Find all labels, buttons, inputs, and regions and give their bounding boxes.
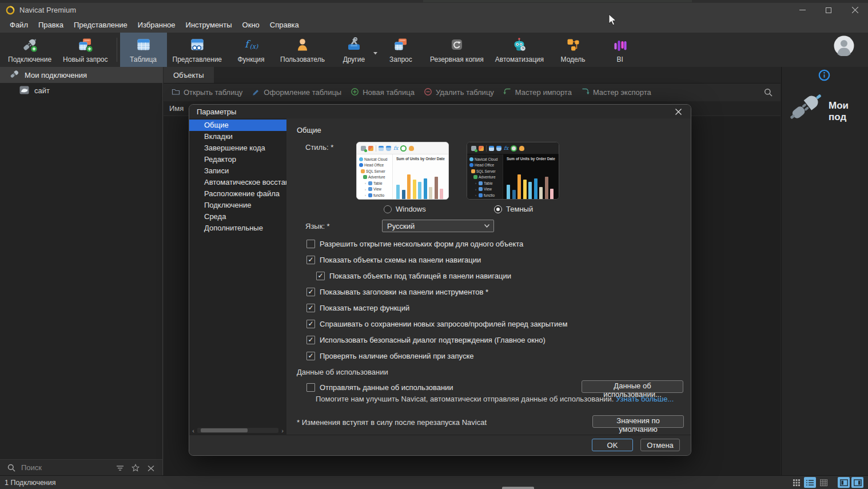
close-button[interactable] xyxy=(842,3,868,17)
toggle-left-pane-icon[interactable] xyxy=(838,477,850,488)
menu-item-2[interactable]: Представление xyxy=(69,18,133,31)
toolbar-button-bi[interactable]: BI xyxy=(596,33,643,67)
user-avatar[interactable] xyxy=(834,35,854,56)
favorites-star-icon[interactable] xyxy=(130,462,141,474)
design-table-button[interactable]: Оформление таблицы xyxy=(247,88,346,97)
options-nav-item-8[interactable]: Среда xyxy=(189,211,286,222)
toolbar-button-others[interactable]: Другие xyxy=(331,33,377,67)
preview-tblv-icon xyxy=(386,146,391,151)
cancel-button[interactable]: Отмена xyxy=(640,439,680,451)
new-table-button[interactable]: Новая таблица xyxy=(346,88,419,98)
menu-item-1[interactable]: Правка xyxy=(33,18,69,31)
scroll-right-arrow[interactable]: › xyxy=(280,428,285,434)
options-nav-item-2[interactable]: Завершение кода xyxy=(189,142,286,154)
option-checkbox-0[interactable]: Разрешить открытие нескольких форм для о… xyxy=(306,238,567,249)
scrollbar-thumb[interactable] xyxy=(201,428,248,432)
info-icon[interactable] xyxy=(818,69,830,84)
style-preview-windows[interactable]: fxNavicat CloudHead OfficeSQL ServerAdve… xyxy=(356,142,449,200)
toolbar-button-connection[interactable]: Подключение xyxy=(2,33,57,67)
open-table-button[interactable]: Открыть таблицу xyxy=(167,88,247,97)
delete-table-button[interactable]: Удалить таблицу xyxy=(419,88,499,98)
toolbar-button-function[interactable]: f(x) Функция xyxy=(228,33,274,67)
menu-item-6[interactable]: Справка xyxy=(265,18,304,31)
checkbox-label: Показать мастер функций xyxy=(320,304,409,312)
toolbar-button-new-query[interactable]: Новый запрос xyxy=(57,33,113,67)
options-nav-item-9[interactable]: Дополнительные xyxy=(189,222,286,234)
toolbar-button-automation[interactable]: Автоматизация xyxy=(489,33,550,67)
defaults-button[interactable]: Значения по умолчанию xyxy=(592,415,684,428)
scroll-left-arrow[interactable]: ‹ xyxy=(190,428,196,434)
ok-button[interactable]: OK xyxy=(592,439,633,451)
sidebar-item-connection-site[interactable]: сайт xyxy=(0,83,162,98)
options-nav-item-6[interactable]: Расположение файла xyxy=(189,188,286,200)
option-checkbox-3[interactable]: Показывать заголовки на панели инструмен… xyxy=(306,287,567,297)
preview-tree-item: Head Office xyxy=(469,162,503,169)
options-nav-scrollbar[interactable]: ‹ › xyxy=(190,427,285,434)
options-nav-item-7[interactable]: Подключение xyxy=(189,200,286,211)
general-options-list: Разрешить открытие нескольких форм для о… xyxy=(306,238,567,361)
option-checkbox-5[interactable]: Спрашивать о сохранении новых запросов/п… xyxy=(306,319,567,329)
toggle-right-pane-icon[interactable] xyxy=(851,477,863,488)
toolbar-button-backup[interactable]: Резервная копия xyxy=(424,33,489,67)
menu-item-3[interactable]: Избранное xyxy=(133,18,181,31)
toolbar-button-user[interactable]: Пользователь xyxy=(274,33,331,67)
radio-style-windows[interactable]: Windows xyxy=(384,205,426,213)
dialog-title-bar[interactable]: Параметры xyxy=(189,105,691,118)
radio-style-dark[interactable]: Темный xyxy=(494,205,533,213)
import-arrow-icon xyxy=(503,88,512,97)
option-checkbox-2[interactable]: Показать объекты под таблицей в панели н… xyxy=(316,271,567,281)
option-checkbox-6[interactable]: Использовать безопасный диалог подтвержд… xyxy=(306,335,567,345)
menu-item-5[interactable]: Окно xyxy=(237,18,265,31)
options-nav-item-4[interactable]: Записи xyxy=(189,165,286,177)
usage-data-button[interactable]: Данные об использовании... xyxy=(582,380,683,393)
options-nav-item-5[interactable]: Автоматическое восстано xyxy=(189,177,286,188)
options-nav-item-3[interactable]: Редактор xyxy=(189,154,286,165)
scrollbar-track[interactable] xyxy=(197,428,278,433)
sidebar-search-bar: Поиск xyxy=(0,459,162,475)
sidebar-item-my-connections[interactable]: Мои подключения xyxy=(0,67,162,83)
import-wizard-button[interactable]: Мастер импорта xyxy=(499,88,576,97)
language-select[interactable]: Русский xyxy=(382,220,494,232)
checkbox-label: Использовать безопасный диалог подтвержд… xyxy=(320,336,546,344)
learn-more-link[interactable]: Узнать больше... xyxy=(616,395,674,403)
preview-tblo-icon xyxy=(368,146,373,151)
options-nav-item-0[interactable]: Общие xyxy=(189,120,286,131)
view-grid-icon[interactable] xyxy=(790,477,802,488)
filter-sort-icon[interactable] xyxy=(114,462,126,474)
menu-item-4[interactable]: Инструменты xyxy=(181,18,237,31)
toolbar-button-table[interactable]: Таблица xyxy=(120,33,167,67)
dialog-close-button[interactable] xyxy=(670,106,686,118)
checkbox xyxy=(306,256,315,264)
minus-circle-icon xyxy=(424,88,432,98)
maximize-button[interactable] xyxy=(815,3,842,17)
preview-tblb-icon xyxy=(489,146,494,151)
toolbar-button-model[interactable]: Модель xyxy=(550,33,596,67)
usage-data-checkbox[interactable]: Отправлять данные об использовании xyxy=(306,382,453,392)
menu-bar: ФайлПравкаПредставлениеИзбранноеИнструме… xyxy=(0,17,868,33)
export-wizard-button[interactable]: Мастер экспорта xyxy=(576,88,656,97)
view-list-icon[interactable] xyxy=(804,477,816,488)
preview-clock-icon xyxy=(511,145,517,152)
style-preview-dark[interactable]: fxNavicat CloudHead OfficeSQL ServerAdve… xyxy=(467,142,559,200)
checkbox-label: Разрешить открытие нескольких форм для о… xyxy=(320,240,523,248)
mysql-dolphin-icon xyxy=(19,85,29,97)
collapse-all-icon[interactable] xyxy=(145,462,157,474)
style-label: Стиль: * xyxy=(305,143,333,152)
toolbar-button-query[interactable]: Запрос xyxy=(377,33,424,67)
options-dialog: Параметры ОбщиеВкладкиЗавершение кодаРед… xyxy=(189,104,691,456)
language-label: Язык: * xyxy=(305,222,330,230)
option-checkbox-7[interactable]: Проверять наличие обновлений при запуске xyxy=(306,351,567,361)
tab-objects[interactable]: Объекты xyxy=(164,67,214,83)
options-nav-item-1[interactable]: Вкладки xyxy=(189,131,286,142)
backup-icon xyxy=(449,37,465,54)
toolbar-button-view[interactable]: Представление xyxy=(167,33,228,67)
search-input[interactable]: Поиск xyxy=(21,463,110,472)
objects-search-icon[interactable] xyxy=(764,88,773,99)
others-dropdown-caret[interactable] xyxy=(373,49,377,57)
option-checkbox-1[interactable]: Показать объекты схемы на панели навигац… xyxy=(306,255,567,265)
preview-chart: Sum of Units by Order Date xyxy=(503,154,559,200)
view-detail-icon[interactable] xyxy=(818,477,830,488)
menu-item-0[interactable]: Файл xyxy=(5,18,33,31)
option-checkbox-4[interactable]: Показать мастер функций xyxy=(306,303,567,313)
minimize-button[interactable] xyxy=(789,3,815,17)
